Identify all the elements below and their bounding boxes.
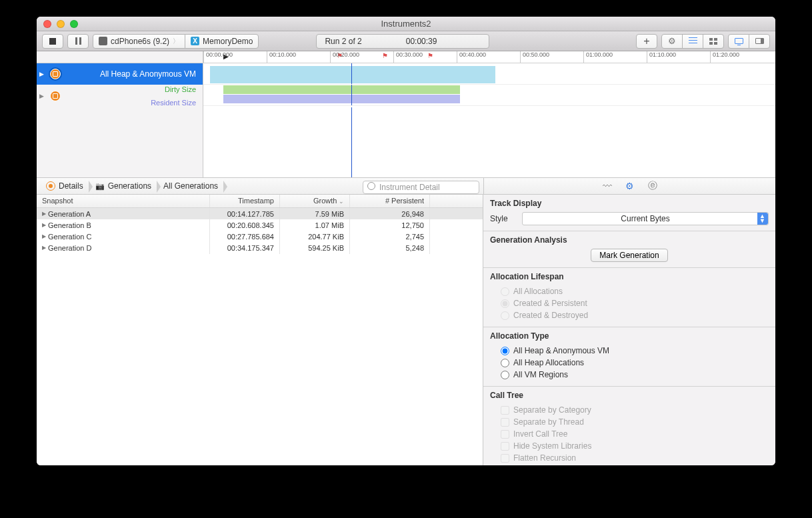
generations-table: Snapshot Timestamp Growth # Persistent ▶… [37,195,483,465]
strategy-view-button[interactable] [661,34,683,49]
breadcrumb-details[interactable]: Details [41,178,89,194]
disclosure-triangle-icon[interactable]: ▶ [39,93,44,99]
inspector-panel: Track Display Style Current Bytes ▲▼ Gen… [483,195,775,465]
ruler-tick: 00:20.000 [330,51,359,63]
radio-heap-anon-vm[interactable]: All Heap & Anonymous VM [490,345,769,357]
record-button[interactable] [42,34,63,49]
col-growth[interactable]: Growth [280,195,350,207]
inspector-panel-toggle[interactable] [749,34,770,49]
generation-name: Generation D [48,244,91,252]
col-timestamp[interactable]: Timestamp [210,195,280,207]
check-hide-system-libs: Hide System Libraries [490,440,769,452]
cell-timestamp: 00:14.127.785 [210,208,280,220]
disclosure-triangle-icon[interactable]: ▶ [42,222,46,228]
section-generation-analysis: Generation Analysis Mark Generation [483,231,775,268]
ruler-tick: 01:10.000 [647,51,676,63]
col-persistent[interactable]: # Persistent [350,195,430,207]
breadcrumb-label: All Generations [163,181,218,191]
disclosure-triangle-icon[interactable]: ▶ [42,245,46,251]
device-label: cdPhone6s (9.2) [111,37,169,46]
mark-generation-button[interactable]: Mark Generation [591,249,667,262]
ruler-tick: 00:00.000 [203,51,233,63]
target-selector[interactable]: X MemoryDemo [185,34,259,49]
disclosure-triangle-icon[interactable]: ▶ [42,211,46,217]
section-allocation-type: Allocation Type All Heap & Anonymous VM … [483,327,775,387]
cell-persistent: 5,248 [350,242,430,254]
breadcrumb-label: Details [59,181,83,191]
track-graph[interactable] [203,63,775,85]
radio-created-persistent: Created & Persistent [490,297,769,309]
cell-timestamp: 00:27.785.684 [210,231,280,243]
app-window: Instruments2 cdPhone6s (9.2) 〉 X MemoryD… [37,17,775,465]
section-title: Allocation Type [490,331,769,341]
pause-button[interactable] [67,34,89,49]
table-body: ▶Generation A00:14.127.7857.59 MiB26,948… [37,208,483,465]
track-graph[interactable] [203,85,775,106]
section-title: Generation Analysis [490,235,769,245]
generation-name: Generation A [48,210,91,218]
device-selector[interactable]: cdPhone6s (9.2) 〉 [93,34,185,49]
track-allocations[interactable]: ▶ All Heap & Anonymous VM [37,63,775,85]
style-label: Style [490,214,517,223]
run-label: Run 2 of 2 [325,37,361,46]
chevron-updown-icon: ▲▼ [759,214,765,223]
detail-filter-input[interactable]: Instrument Detail [363,181,479,194]
extended-detail-tab[interactable]: ⓔ [647,181,658,191]
add-instrument-button[interactable] [636,34,657,49]
check-flatten-recursion: Flatten Recursion [490,452,769,464]
section-call-tree: Call Tree Separate by Category Separate … [483,387,775,465]
window-title: Instruments2 [37,19,775,29]
inspection-head[interactable] [351,107,352,177]
chevron-right-icon: 〉 [173,37,179,46]
list-view-button[interactable] [682,34,703,49]
cell-growth: 7.59 MiB [280,208,350,220]
section-title: Call Tree [490,391,769,400]
resident-size-bar [223,95,460,103]
radio-vm-regions[interactable]: All VM Regions [490,369,769,381]
cell-persistent: 26,948 [350,208,430,220]
ruler-tick: 00:40.000 [457,51,486,63]
ruler-gutter [37,51,203,63]
table-row[interactable]: ▶Generation C00:27.785.684204.77 KiB2,74… [37,231,483,242]
run-info-tab[interactable]: 〰 [602,181,613,191]
panel-toggle-group [728,34,770,49]
breadcrumb-all-generations[interactable]: All Generations [158,178,223,194]
section-track-display: Track Display Style Current Bytes ▲▼ [483,195,775,231]
track-label: All Heap & Anonymous VM [100,69,196,79]
radio-heap-allocations[interactable]: All Heap Allocations [490,357,769,369]
table-row[interactable]: ▶Generation A00:14.127.7857.59 MiB26,948 [37,208,483,219]
col-snapshot[interactable]: Snapshot [37,195,210,207]
ruler-tick: 00:50.000 [520,51,549,63]
ruler-tick: 01:00.000 [583,51,613,63]
disclosure-triangle-icon[interactable]: ▶ [42,233,46,239]
titlebar: Instruments2 [37,17,775,31]
breadcrumb-generations[interactable]: Generations [90,178,157,194]
table-header: Snapshot Timestamp Growth # Persistent [37,195,483,208]
flag-icon[interactable]: ⚑ [427,52,433,59]
disclosure-triangle-icon[interactable]: ▶ [39,71,44,77]
radio-all-allocations: All Allocations [490,285,769,297]
table-row[interactable]: ▶Generation D00:34.175.347594.25 KiB5,24… [37,242,483,253]
table-row[interactable]: ▶Generation B00:20.608.3451.07 MiB12,750 [37,219,483,231]
detail-panel-toggle[interactable] [728,34,749,49]
camera-icon [95,181,105,191]
inspection-head[interactable] [351,85,352,105]
section-title: Allocation Lifespan [490,272,769,281]
elapsed-time: 00:00:39 [406,37,437,46]
time-ruler[interactable]: ▶ ⚑ ⚑ ⚑ 00:00.00000:10.00000:20.00000:30… [203,51,775,63]
style-select[interactable]: Current Bytes ▲▼ [522,212,769,225]
cell-timestamp: 00:20.608.345 [210,219,280,231]
display-settings-tab[interactable]: ⚙ [625,181,635,191]
app-icon: X [191,37,199,45]
stop-icon [49,38,56,45]
section-allocation-lifespan: Allocation Lifespan All Allocations Crea… [483,268,775,327]
grid-view-button[interactable] [703,34,724,49]
ruler-tick: 00:30.000 [393,51,423,63]
inspection-head[interactable] [351,63,352,84]
track-vm[interactable]: ▶ Dirty Size Resident Size [37,85,775,107]
cell-persistent: 12,750 [350,219,430,231]
run-status-display[interactable]: Run 2 of 2 00:00:39 [316,34,489,49]
allocations-bar [210,66,495,83]
flag-icon[interactable]: ⚑ [382,52,388,59]
check-separate-category: Separate by Category [490,404,769,416]
